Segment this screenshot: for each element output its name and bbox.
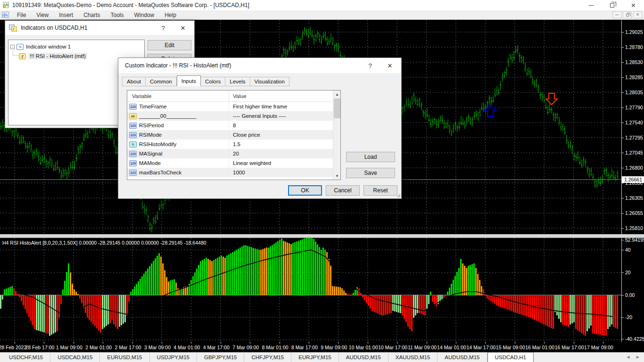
minimize-icon[interactable]	[580, 0, 602, 10]
indicator-tick-label: 40	[625, 247, 631, 253]
help-icon[interactable]: ?	[361, 58, 380, 73]
tab-colors[interactable]: Colors	[201, 77, 225, 86]
chart-tab-chfjpy-m15[interactable]: CHFJPY,M15	[244, 353, 291, 362]
table-row[interactable]: 123maxBarsToCheck1000	[127, 168, 340, 177]
tab-visualization[interactable]: Visualization	[250, 77, 289, 86]
sell-signal-arrow-icon	[546, 93, 557, 105]
price-tick-label: 1.27295	[625, 135, 643, 140]
chart-tab-bar: USDCHF,M15USDCAD,M15EURUSD,M15USDJPY,M15…	[0, 352, 644, 362]
integer-type-icon: 123	[129, 123, 137, 129]
menu-file[interactable]: File	[12, 11, 31, 19]
variable-value[interactable]: Linear weighted	[229, 160, 340, 166]
table-row[interactable]: 123MASignal20	[127, 149, 340, 158]
menu-insert[interactable]: Insert	[54, 11, 78, 19]
variable-value[interactable]: Close price	[229, 132, 340, 138]
chart-tab-audusd-m15[interactable]: AUDUSD,M15	[438, 353, 487, 362]
chart-tab-gbpjpy-m15[interactable]: GBPJPY,M15	[197, 353, 244, 362]
string-type-icon: ab	[129, 113, 137, 119]
indicator-tick-label: 0.00	[625, 292, 635, 298]
close-icon[interactable]: ✕	[380, 58, 399, 73]
chart-tab-eurjpy-m15[interactable]: EURJPY,M15	[291, 353, 339, 362]
indicator-chart[interactable]	[0, 238, 621, 342]
table-row[interactable]: 123RSIPeriod8	[127, 121, 340, 130]
menu-window[interactable]: Window	[129, 11, 160, 19]
variable-name: MAMode	[139, 160, 161, 166]
scrollbar-thumb[interactable]	[334, 99, 340, 118]
chart-tab-xauusd-m15[interactable]: XAUUSD,M15	[388, 353, 438, 362]
menu-help[interactable]: Help	[159, 11, 182, 19]
cancel-button[interactable]: Cancel	[326, 185, 360, 196]
table-scrollbar[interactable]: ▲ ▼	[333, 90, 340, 180]
variable-value[interactable]: 8	[229, 123, 340, 128]
reset-button[interactable]: Reset	[363, 185, 397, 196]
ok-button[interactable]: OK	[288, 185, 322, 196]
variable-value[interactable]: 1000	[229, 170, 340, 175]
menu-bar: FileViewInsertChartsToolsWindowHelp ✕	[0, 10, 644, 20]
chart-tab-usdchf-m15[interactable]: USDCHF,M15	[2, 353, 50, 362]
tab-inputs[interactable]: Inputs	[177, 75, 201, 86]
tab-levels[interactable]: Levels	[225, 77, 250, 86]
tab-about[interactable]: About	[122, 77, 146, 86]
edit-button[interactable]: Edit	[148, 40, 191, 50]
variable-value[interactable]: 1.5	[229, 141, 340, 147]
variable-value[interactable]: First higher time frame	[229, 104, 340, 109]
app-icon	[3, 2, 9, 8]
price-scale: 1.290251.287801.285301.282851.280351.277…	[621, 20, 644, 234]
chart-tab-eurusd-m15[interactable]: EURUSD,M15	[100, 353, 149, 362]
tab-scroll-arrows[interactable]: ◀ ▶	[627, 355, 642, 359]
price-tick-label: 1.28035	[625, 90, 643, 95]
integer-type-icon: 123	[129, 151, 137, 157]
help-icon[interactable]: ?	[154, 21, 173, 35]
mdi-minimize-icon[interactable]	[612, 11, 621, 18]
price-tick-label: 1.25810	[625, 225, 643, 231]
chart-tab-usdjpy-m15[interactable]: USDJPY,M15	[150, 353, 197, 362]
table-header: Variable Value	[127, 90, 340, 102]
table-row[interactable]: 123TimeFrameFirst higher time frame	[127, 102, 340, 111]
close-icon[interactable]: ✕	[623, 0, 644, 10]
variable-name: RSIMode	[139, 132, 162, 138]
close-icon[interactable]: ✕	[173, 21, 192, 35]
table-row[interactable]: 123RSIModeClose price	[127, 130, 340, 140]
scroll-up-icon[interactable]: ▲	[333, 90, 341, 98]
pane-separator[interactable]	[0, 234, 644, 238]
load-button[interactable]: Load	[346, 152, 395, 162]
time-axis-label: 17 Mar 09:00	[581, 345, 616, 350]
save-button[interactable]: Save	[346, 168, 395, 178]
chart-tab-usdcad-m15[interactable]: USDCAD,M15	[50, 353, 100, 362]
time-axis: 28 Feb 202228 Feb 17:001 Mar 09:002 Mar …	[0, 342, 644, 352]
resize-grip-icon[interactable]: ◢	[396, 192, 400, 197]
variable-value[interactable]: 20	[229, 151, 340, 156]
table-row[interactable]: ab_______00__________---- General Inputs…	[127, 111, 340, 121]
menu-view[interactable]: View	[31, 11, 54, 19]
chart-tab-audusd-m15[interactable]: AUDUSD,M15	[339, 353, 388, 362]
integer-type-icon: 123	[129, 160, 137, 166]
restore-icon[interactable]	[602, 0, 623, 10]
indicator-tick-label: 20	[625, 270, 631, 275]
custom-dialog-titlebar[interactable]: Custom Indicator - !!! RSI - HistoAlert …	[118, 58, 401, 73]
menu-charts[interactable]: Charts	[78, 11, 105, 19]
column-header-variable[interactable]: Variable	[127, 90, 229, 101]
chart-tab-usdcad-h1[interactable]: USDCAD,H1	[487, 352, 534, 362]
menu-tools[interactable]: Tools	[106, 11, 129, 19]
column-header-value[interactable]: Value	[229, 93, 340, 99]
scroll-down-icon[interactable]: ▼	[333, 172, 341, 180]
window-controls: ✕	[580, 0, 644, 10]
tab-common[interactable]: Common	[146, 77, 177, 86]
price-tick-label: 1.26055	[625, 210, 643, 216]
variable-name: TimeFrame	[139, 104, 166, 109]
indicators-dialog-titlebar[interactable]: f Indicators on USDCAD,H1 ? ✕	[5, 21, 194, 35]
table-row[interactable]: ½RSIHistoModify1.5	[127, 140, 340, 149]
price-tick-label: 1.29025	[625, 29, 643, 35]
variable-name: RSIHistoModify	[139, 141, 176, 147]
mt4-window: 109191349: MetaQuotes-Demo - Demo Accoun…	[0, 0, 644, 362]
price-tick-label: 1.26305	[625, 195, 643, 201]
custom-indicator-icon: ƒ	[19, 53, 26, 59]
variable-value[interactable]: ---- General Inputs ----	[229, 113, 340, 119]
current-price-box: 1.26661	[622, 176, 644, 183]
indicator-tick-label: -20	[625, 314, 632, 320]
tree-item-indicator-window[interactable]: - ∿ Indicator window 1	[10, 42, 144, 51]
mdi-restore-icon[interactable]	[623, 11, 632, 18]
price-tick-label: 1.28530	[625, 59, 643, 65]
table-row[interactable]: 123MAModeLinear weighted	[127, 158, 340, 168]
mdi-close-icon[interactable]: ✕	[633, 11, 642, 18]
